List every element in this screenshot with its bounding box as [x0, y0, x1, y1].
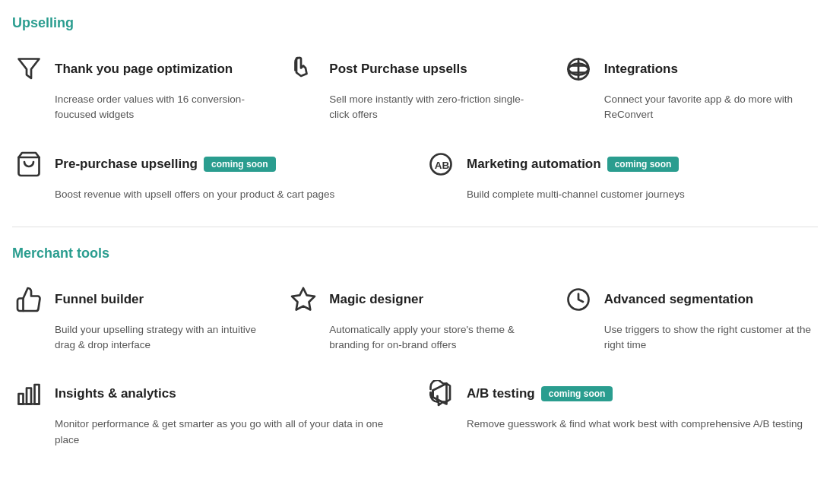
- megaphone-icon: [424, 377, 458, 410]
- feature-title: Marketing automation: [467, 157, 601, 172]
- feature-desc: Boost revenue with upsell offers on your…: [12, 187, 406, 202]
- feature-title-row: Integrations: [604, 62, 678, 77]
- feature-header: A/B testing coming soon: [424, 377, 818, 410]
- feature-desc: Automatically apply your store's theme &…: [287, 322, 543, 353]
- coming-soon-badge: coming soon: [541, 386, 613, 401]
- feature-header: Pre-purchase upselling coming soon: [12, 147, 406, 181]
- feature-advanced-segmentation: Advanced segmentation Use triggers to sh…: [562, 283, 818, 353]
- feature-title-row: Pre-purchase upselling coming soon: [55, 157, 276, 172]
- merchant-row1: Funnel builder Build your upselling stra…: [12, 283, 818, 353]
- feature-marketing-automation: AB Marketing automation coming soon Buil…: [424, 147, 818, 202]
- feature-desc: Monitor performance & get smarter as you…: [12, 417, 406, 448]
- feature-header: AB Marketing automation coming soon: [424, 147, 818, 181]
- feature-title: Thank you page optimization: [55, 62, 233, 77]
- svg-text:AB: AB: [435, 160, 450, 171]
- globe-icon: [562, 52, 595, 86]
- merchant-row2: Insights & analytics Monitor performance…: [12, 377, 818, 448]
- svg-marker-0: [19, 59, 40, 79]
- coming-soon-badge: coming soon: [607, 157, 680, 172]
- feature-pre-purchase: Pre-purchase upselling coming soon Boost…: [12, 147, 406, 202]
- svg-rect-10: [35, 385, 40, 404]
- feature-title: Magic designer: [329, 292, 423, 307]
- ab-icon: AB: [424, 147, 458, 181]
- section-divider: [12, 227, 818, 227]
- upselling-row2: Pre-purchase upselling coming soon Boost…: [12, 147, 818, 202]
- feature-funnel-builder: Funnel builder Build your upselling stra…: [12, 283, 268, 353]
- feature-title: Pre-purchase upselling: [55, 157, 198, 172]
- feature-header: Insights & analytics: [12, 377, 406, 410]
- feature-title: Post Purchase upsells: [329, 62, 467, 77]
- svg-rect-9: [27, 388, 31, 404]
- thumbsup-icon: [12, 283, 46, 316]
- feature-integrations: Integrations Connect your favorite app &…: [562, 52, 818, 123]
- clock-icon: [562, 283, 595, 316]
- upselling-title: Upselling: [12, 15, 818, 34]
- feature-magic-designer: Magic designer Automatically apply your …: [287, 283, 543, 353]
- merchant-tools-section: Merchant tools Funnel builder Build your…: [12, 246, 818, 448]
- feature-title-row: Thank you page optimization: [55, 62, 233, 77]
- feature-desc: Sell more instantly with zero-friction s…: [287, 92, 543, 123]
- coming-soon-badge: coming soon: [204, 157, 276, 172]
- feature-title: Advanced segmentation: [604, 292, 754, 307]
- feature-desc: Connect your favorite app & do more with…: [562, 92, 818, 123]
- star-icon: [287, 283, 320, 316]
- feature-desc: Increase order values with 16 conversion…: [12, 92, 268, 123]
- upselling-row1: Thank you page optimization Increase ord…: [12, 52, 818, 123]
- feature-desc: Remove guesswork & find what work best w…: [424, 417, 818, 432]
- feature-header: Thank you page optimization: [12, 52, 268, 86]
- feature-header: Advanced segmentation: [562, 283, 818, 316]
- feature-header: Post Purchase upsells: [287, 52, 543, 86]
- feature-title: Funnel builder: [55, 292, 144, 307]
- feature-header: Funnel builder: [12, 283, 268, 316]
- feature-title-row: Post Purchase upsells: [329, 62, 467, 77]
- feature-header: Magic designer: [287, 283, 543, 316]
- pointer-icon: [287, 52, 320, 86]
- funnel-icon: [12, 52, 46, 86]
- feature-desc: Build complete multi-channel customer jo…: [424, 187, 818, 202]
- feature-title: Integrations: [604, 62, 678, 77]
- feature-insights-analytics: Insights & analytics Monitor performance…: [12, 377, 406, 448]
- feature-title-row: A/B testing coming soon: [467, 386, 613, 401]
- feature-title-row: Insights & analytics: [55, 386, 176, 401]
- svg-marker-6: [292, 288, 315, 310]
- feature-title: A/B testing: [467, 386, 535, 401]
- svg-rect-8: [19, 394, 24, 404]
- chart-icon: [12, 377, 46, 410]
- feature-desc: Build your upselling strategy with an in…: [12, 322, 268, 353]
- feature-title-row: Funnel builder: [55, 292, 144, 307]
- feature-title-row: Magic designer: [329, 292, 423, 307]
- merchant-tools-title: Merchant tools: [12, 246, 818, 265]
- feature-ab-testing: A/B testing coming soon Remove guesswork…: [424, 377, 818, 448]
- feature-header: Integrations: [562, 52, 818, 86]
- feature-title: Insights & analytics: [55, 386, 176, 401]
- upselling-section: Upselling Thank you page optimization In…: [12, 15, 818, 202]
- feature-thank-you-page: Thank you page optimization Increase ord…: [12, 52, 268, 123]
- cart-icon: [12, 147, 46, 181]
- feature-desc: Use triggers to show the right customer …: [562, 322, 818, 353]
- feature-post-purchase: Post Purchase upsells Sell more instantl…: [287, 52, 543, 123]
- feature-title-row: Advanced segmentation: [604, 292, 754, 307]
- feature-title-row: Marketing automation coming soon: [467, 157, 679, 172]
